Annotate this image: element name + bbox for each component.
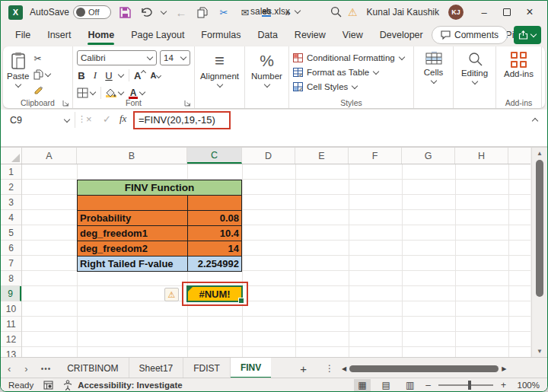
vertical-scrollbar[interactable]: ▲ ▼ — [531, 148, 547, 357]
cell-table-title[interactable]: FINV Function — [77, 180, 242, 196]
zoom-out-button[interactable]: – — [425, 380, 431, 390]
addins-button[interactable]: Add-ins — [500, 50, 537, 78]
minimize-button[interactable]: – — [473, 1, 495, 24]
tab-page-layout[interactable]: Page Layout — [123, 26, 193, 44]
undo-dropdown-icon[interactable] — [161, 9, 167, 15]
all-sheets-icon[interactable]: ••• — [35, 365, 58, 373]
zoom-in-button[interactable]: + — [501, 380, 506, 390]
column-header-d[interactable]: D — [242, 148, 295, 164]
close-button[interactable]: × — [518, 1, 541, 24]
cut-icon[interactable]: ✂ — [217, 5, 231, 19]
name-box-resize-icon[interactable]: ⋮ — [78, 114, 86, 124]
tab-home[interactable]: Home — [79, 26, 123, 44]
column-header-partial[interactable] — [508, 148, 530, 164]
sheet-tab-critbinom[interactable]: CRITBINOM — [57, 358, 129, 379]
copy-icon[interactable] — [196, 5, 209, 19]
column-header-c[interactable]: C — [187, 148, 242, 164]
row-header-6[interactable]: 6 — [1, 241, 21, 256]
accessibility-icon[interactable] — [63, 380, 72, 390]
search-icon[interactable] — [330, 6, 342, 18]
macro-record-icon[interactable] — [43, 381, 53, 390]
comments-button[interactable]: Comments — [432, 26, 508, 44]
row-header-7[interactable]: 7 — [1, 256, 21, 271]
user-name[interactable]: Kunal Jai Kaushik — [367, 7, 439, 18]
row-header-5[interactable]: 5 — [1, 225, 21, 241]
cell-probability-label[interactable]: Probability — [77, 210, 188, 226]
tab-view[interactable]: View — [334, 26, 371, 44]
column-header-a[interactable]: A — [22, 148, 77, 164]
sheet-tab-fdist[interactable]: FDIST — [183, 358, 231, 379]
cell-deg-freedom1-value[interactable]: 10.4 — [187, 225, 242, 241]
number-button[interactable]: % Number — [249, 50, 285, 88]
zoom-slider[interactable] — [438, 384, 493, 386]
cell-b3-empty[interactable] — [77, 195, 188, 211]
page-break-view-button[interactable]: ▥ — [402, 379, 418, 391]
name-box[interactable]: C9 — [5, 112, 75, 128]
sheet-nav-right-icon[interactable]: › — [18, 363, 34, 374]
font-size-combo[interactable]: 14 — [160, 50, 190, 65]
cell-deg-freedom2-value[interactable]: 14 — [187, 241, 242, 257]
scroll-up-icon[interactable]: ▲ — [532, 150, 547, 157]
column-header-f[interactable]: F — [349, 148, 402, 164]
zoom-slider-handle[interactable] — [468, 381, 471, 390]
cut-button[interactable]: ✂ — [33, 53, 51, 65]
cell-fvalue-label[interactable]: Right Tailed F-value — [77, 256, 188, 272]
tab-bar-menu-icon[interactable]: ⋮ — [317, 363, 342, 374]
row-header-3[interactable]: 3 — [1, 195, 21, 210]
cancel-icon[interactable]: × — [86, 113, 92, 125]
row-header-12[interactable]: 12 — [1, 332, 21, 347]
font-name-combo[interactable]: Calibri — [77, 50, 157, 65]
row-header-1[interactable]: 1 — [1, 164, 21, 180]
maximize-button[interactable] — [495, 1, 518, 24]
underline-dropdown-icon[interactable] — [118, 72, 124, 78]
format-painter-button[interactable] — [33, 84, 51, 97]
sheet-tab-sheet17[interactable]: Sheet17 — [129, 358, 184, 379]
insert-function-icon[interactable]: fx — [119, 113, 126, 125]
row-header-9[interactable]: 9 — [1, 286, 21, 301]
column-header-g[interactable]: G — [402, 148, 455, 164]
tab-data[interactable]: Data — [249, 26, 285, 44]
italic-button[interactable]: I — [91, 69, 100, 81]
clipboard-dialog-launcher-icon[interactable] — [62, 100, 69, 107]
avatar[interactable]: KJ — [448, 5, 464, 20]
error-trace-button[interactable]: ⚠ — [164, 288, 179, 301]
undo-icon[interactable] — [139, 5, 153, 19]
alignment-button[interactable]: ≡ Alignment — [199, 50, 241, 88]
tab-file[interactable]: File — [7, 26, 39, 44]
cell-probability-value[interactable]: 0.08 — [187, 210, 242, 226]
file-name-button[interactable]: sales.xlsx — [250, 6, 301, 17]
column-header-b[interactable]: B — [77, 148, 187, 164]
cell-fvalue-value[interactable]: 2.254992 — [187, 256, 242, 272]
normal-view-button[interactable]: ▦ — [354, 379, 370, 391]
column-header-h[interactable]: H — [455, 148, 508, 164]
excel-logo-icon[interactable]: X — [8, 5, 23, 20]
tab-formulas[interactable]: Formulas — [193, 26, 249, 44]
cell-deg-freedom1-label[interactable]: deg_freedom1 — [77, 225, 188, 241]
conditional-formatting-button[interactable]: Conditional Formatting — [293, 50, 409, 65]
underline-button[interactable]: U — [104, 70, 113, 81]
page-layout-view-button[interactable]: ▤ — [378, 379, 394, 391]
collapse-formula-bar-icon[interactable] — [532, 116, 538, 123]
paste-button[interactable]: Paste — [7, 50, 29, 97]
sheet-tab-finv[interactable]: FINV — [231, 358, 271, 379]
increase-font-size-button[interactable]: A — [134, 70, 145, 81]
row-header-11[interactable]: 11 — [1, 317, 21, 332]
vertical-scroll-thumb[interactable] — [536, 160, 543, 297]
autosave-toggle[interactable]: Off — [73, 5, 111, 19]
cell-c3-empty[interactable] — [187, 195, 242, 211]
row-header-13[interactable]: 13 — [1, 347, 21, 357]
tab-insert[interactable]: Insert — [39, 26, 79, 44]
cell-deg-freedom2-label[interactable]: deg_freedom2 — [77, 241, 188, 257]
scroll-left-icon[interactable]: ◀ — [342, 365, 346, 372]
horizontal-scrollbar[interactable]: ◀ ▶ — [342, 365, 541, 372]
save-icon[interactable] — [118, 5, 132, 19]
scroll-right-icon[interactable]: ▶ — [502, 365, 506, 372]
editing-button[interactable]: Editing — [457, 50, 492, 85]
horizontal-scroll-thumb[interactable] — [349, 365, 499, 372]
font-dialog-launcher-icon[interactable] — [184, 100, 191, 107]
new-sheet-button[interactable]: + — [291, 362, 316, 375]
borders-button[interactable] — [77, 87, 96, 99]
back-arrow-icon[interactable]: ← — [174, 5, 188, 19]
accessibility-status[interactable]: Accessibility: Investigate — [78, 381, 182, 390]
row-header-10[interactable]: 10 — [1, 301, 21, 317]
